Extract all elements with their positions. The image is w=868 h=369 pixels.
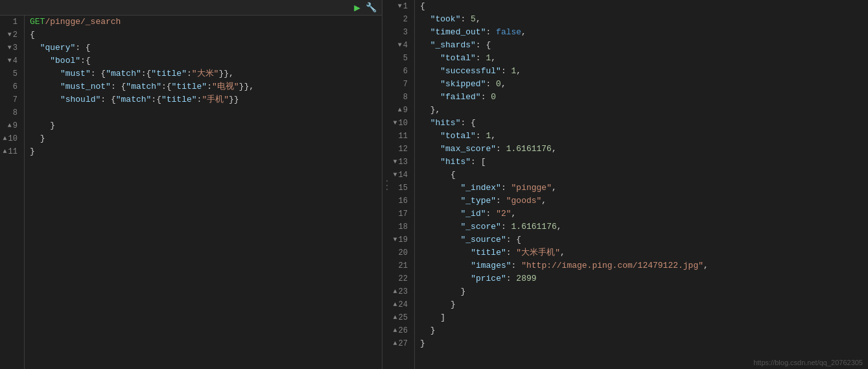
watermark: https://blog.csdn.net/qq_20762305 (753, 359, 863, 366)
line-num-text: 1 (13, 16, 18, 29)
code-line[interactable]: "took": 5, (415, 13, 868, 26)
code-line[interactable]: GET /pingge/_search (25, 16, 382, 29)
fold-arrow[interactable]: ▲ (391, 298, 397, 311)
line-num-text: 1 (403, 0, 408, 13)
code-line[interactable]: } (25, 132, 382, 145)
line-num-text: 3 (13, 42, 18, 54)
line-num-text: 19 (399, 233, 408, 246)
code-line[interactable]: }, (415, 104, 868, 117)
code-line[interactable] (25, 106, 382, 119)
code-line[interactable]: "_shards": { (415, 39, 868, 52)
code-line[interactable]: "hits": [ (415, 156, 868, 169)
play-icon[interactable]: ▶ (354, 1, 360, 14)
fold-arrow[interactable]: ▲ (395, 104, 402, 117)
settings-button[interactable]: 🔧 (366, 2, 377, 13)
code-line[interactable]: { (25, 29, 382, 42)
code-line[interactable]: "should": {"match":{"title":"手机"}} (25, 93, 382, 106)
line-num-text: 10 (399, 117, 408, 130)
code-line[interactable]: "hits": { (415, 117, 868, 130)
fold-arrow[interactable]: ▼ (5, 42, 12, 54)
fold-arrow[interactable]: ▲ (391, 285, 397, 298)
line-number: ▲9 (0, 119, 20, 132)
fold-arrow[interactable]: ▼ (391, 233, 397, 246)
line-number: 11 (390, 130, 410, 143)
line-num-text: 5 (403, 52, 408, 65)
line-number: ▼14 (390, 169, 410, 182)
fold-arrow[interactable]: ▼ (391, 169, 397, 182)
wrench-icon[interactable]: 🔧 (366, 2, 377, 13)
line-number: 21 (390, 259, 410, 272)
code-line[interactable]: "_index": "pingge", (415, 182, 868, 195)
code-line[interactable]: "must_not": {"match":{"title":"电视"}}, (25, 80, 382, 93)
code-line[interactable]: "total": 1, (415, 130, 868, 143)
code-line[interactable]: } (415, 298, 868, 311)
code-line[interactable]: } (25, 145, 382, 158)
code-line[interactable]: "title": "大米手机", (415, 246, 868, 259)
code-line[interactable]: ] (415, 311, 868, 324)
line-num-text: 11 (399, 130, 408, 143)
code-line[interactable]: "failed": 0 (415, 91, 868, 104)
code-line[interactable]: } (415, 285, 868, 298)
code-line[interactable]: "timed_out": false, (415, 26, 868, 39)
line-num-text: 22 (399, 272, 408, 285)
code-line[interactable]: { (415, 0, 868, 13)
line-number: ▲23 (390, 285, 410, 298)
line-number: ▼3 (0, 42, 20, 54)
fold-arrow[interactable]: ▲ (391, 337, 397, 350)
line-num-text: 14 (399, 169, 408, 182)
line-num-text: 18 (399, 220, 408, 233)
code-line[interactable]: "_id": "2", (415, 208, 868, 220)
line-number: ▲11 (0, 145, 20, 158)
left-code-lines[interactable]: GET /pingge/_search{ "query": { "bool":{… (25, 16, 382, 369)
fold-arrow[interactable]: ▼ (391, 156, 397, 169)
line-number: 22 (390, 272, 410, 285)
fold-arrow[interactable]: ▲ (391, 324, 397, 337)
code-line[interactable]: { (415, 169, 868, 182)
code-line[interactable]: "images": "http://image.ping.com/1247912… (415, 259, 868, 272)
code-line[interactable]: "price": 2899 (415, 272, 868, 285)
fold-arrow[interactable]: ▲ (5, 119, 12, 132)
code-line[interactable]: } (415, 324, 868, 337)
line-num-text: 17 (399, 208, 408, 220)
fold-arrow[interactable]: ▼ (395, 39, 402, 52)
fold-arrow[interactable]: ▲ (391, 311, 397, 324)
code-line[interactable]: "max_score": 1.6161176, (415, 143, 868, 156)
left-toolbar: ▶ 🔧 (0, 0, 382, 16)
code-line[interactable]: } (415, 337, 868, 350)
code-line[interactable]: "must": {"match":{"title":"大米"}}, (25, 67, 382, 80)
fold-arrow[interactable]: ▼ (5, 29, 12, 42)
line-number: 20 (390, 246, 410, 259)
code-line[interactable]: "_source": { (415, 233, 868, 246)
fold-arrow[interactable]: ▲ (1, 145, 7, 158)
line-num-text: 8 (13, 106, 18, 119)
code-line[interactable]: "skipped": 0, (415, 78, 868, 91)
fold-arrow[interactable]: ▼ (395, 0, 402, 13)
right-code-lines[interactable]: { "took": 5, "timed_out": false, "_shard… (415, 0, 868, 369)
fold-arrow[interactable]: ▼ (391, 117, 397, 130)
line-num-text: 9 (403, 104, 408, 117)
code-line[interactable]: "successful": 1, (415, 65, 868, 78)
line-number: 18 (390, 220, 410, 233)
code-line[interactable]: "bool":{ (25, 54, 382, 67)
line-number: ▼4 (0, 54, 20, 67)
panel-separator[interactable]: ⋮ (382, 0, 390, 369)
code-line[interactable]: "total": 1, (415, 52, 868, 65)
code-line[interactable]: } (25, 119, 382, 132)
run-button[interactable]: ▶ (354, 1, 360, 14)
line-number: ▲25 (390, 311, 410, 324)
code-line[interactable]: "_type": "goods", (415, 195, 868, 208)
line-number: 17 (390, 208, 410, 220)
fold-arrow[interactable]: ▲ (1, 132, 7, 145)
fold-arrow[interactable]: ▼ (5, 54, 12, 67)
line-num-text: 20 (399, 246, 408, 259)
line-number: 3 (390, 26, 410, 39)
left-panel: ▶ 🔧 1▼2▼3▼45678▲9▲10▲11 GET /pingge/_sea… (0, 0, 382, 369)
line-num-text: 8 (403, 91, 408, 104)
line-number: 7 (390, 78, 410, 91)
line-number: 8 (390, 91, 410, 104)
code-line[interactable]: "query": { (25, 42, 382, 54)
line-number: ▼4 (390, 39, 410, 52)
line-number: ▼2 (0, 29, 20, 42)
line-num-text: 10 (8, 132, 18, 145)
code-line[interactable]: "_score": 1.6161176, (415, 220, 868, 233)
